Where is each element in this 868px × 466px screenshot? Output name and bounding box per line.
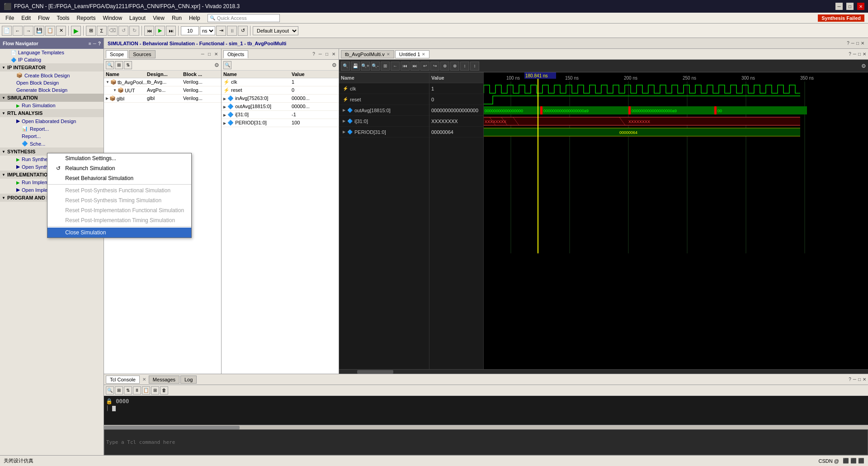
nav-item-report2[interactable]: Report... [0, 133, 104, 140]
wave-tb-tb1[interactable]: ↩ [420, 62, 429, 71]
scope-row-2[interactable]: ▶ 📦 glbl glbl Verilog... [104, 95, 221, 103]
objects-maximize-btn[interactable]: □ [324, 51, 330, 57]
wave-scrollbar-h[interactable] [339, 369, 868, 374]
time-value-input[interactable] [181, 26, 199, 35]
toolbar-run-button[interactable]: ▶ [71, 26, 81, 36]
toolbar-sim-btn4[interactable]: ↺ [118, 26, 128, 36]
tcl-search-btn[interactable]: 🔍 [106, 386, 114, 395]
wave-tb-search[interactable]: 🔍 [341, 62, 350, 71]
nav-item-schematic[interactable]: 🔷 Sche... [0, 140, 104, 147]
toolbar-redo-button[interactable]: → [24, 26, 33, 36]
menu-reports[interactable]: Reports [73, 14, 99, 22]
maximize-button[interactable]: □ [846, 3, 854, 10]
ctx-relaunch-simulation[interactable]: ↺ Relaunch Simulation [47, 163, 191, 173]
menu-help[interactable]: Help [185, 14, 204, 22]
breadcrumb-close[interactable]: ✕ [861, 41, 864, 46]
tcl-scrollbar-h[interactable] [104, 425, 868, 429]
close-button[interactable]: ✕ [857, 3, 864, 10]
nav-section-simulation[interactable]: ▼ SIMULATION [0, 94, 104, 102]
ctx-close-simulation[interactable]: Close Simulation [47, 228, 191, 238]
wave-signal-period[interactable]: ▶ 🔷 PERIOD[31:0] [339, 127, 429, 138]
wave-tab-close-1[interactable]: ✕ [422, 52, 425, 57]
tcl-clear-btn[interactable]: 🗑 [160, 386, 168, 395]
wave-canvas-area[interactable]: 100 ns 150 ns 200 ns 250 ns 300 ns 350 n… [484, 72, 868, 369]
objects-row-5[interactable]: ▶ 🔷 PERIOD[31:0] 100 [222, 119, 339, 127]
tcl-maximize-btn[interactable]: □ [858, 377, 861, 382]
wave-maximize-btn[interactable]: □ [858, 52, 861, 57]
wave-tb-step-fwd[interactable]: ⏭ [410, 62, 420, 71]
wave-tb-step-back[interactable]: ⏮ [401, 62, 410, 71]
flow-nav-help[interactable]: ? [98, 41, 101, 46]
objects-settings-btn[interactable]: ⚙ [332, 62, 337, 68]
nav-item-report1[interactable]: 📊 Report... [0, 125, 104, 133]
toolbar-sim-btn3[interactable]: ⌫ [108, 26, 118, 36]
tcl-table-btn[interactable]: ⊞ [151, 386, 159, 395]
tcl-input-field[interactable] [104, 429, 868, 456]
objects-row-3[interactable]: ▶ 🔷 outAvg[18815:0] 00000... [222, 103, 339, 111]
breadcrumb-maximize[interactable]: □ [856, 41, 859, 46]
menu-tools[interactable]: Tools [53, 14, 73, 22]
scope-minimize-btn[interactable]: ─ [200, 51, 206, 57]
menu-flow[interactable]: Flow [34, 14, 53, 22]
toolbar-play-btn[interactable]: ▶ [155, 26, 165, 36]
objects-row-4[interactable]: ▶ 🔷 i[31:0] -1 [222, 111, 339, 119]
wave-tb-fit[interactable]: ⊞ [381, 62, 390, 71]
objects-close-btn[interactable]: ✕ [330, 51, 337, 57]
tcl-tab-close[interactable]: ✕ [141, 377, 148, 382]
wave-tb-tb4[interactable]: ⊗ [450, 62, 459, 71]
wave-tb-prev[interactable]: ← [391, 62, 400, 71]
objects-row-1[interactable]: ⚡ reset 0 [222, 86, 339, 95]
tcl-filter-btn[interactable]: ⊞ [115, 386, 123, 395]
wave-tb-zoom-out[interactable]: 🔍- [371, 62, 380, 71]
objects-search-btn[interactable]: 🔍 [223, 61, 231, 69]
tab-messages[interactable]: Messages [149, 376, 179, 384]
i-expand[interactable]: ▶ [343, 119, 345, 123]
wave-tb-tb5[interactable]: ↕ [460, 62, 469, 71]
flow-nav-minimize[interactable]: ─ [93, 41, 96, 46]
scope-close-btn[interactable]: ✕ [213, 51, 219, 57]
tab-sources[interactable]: Sources [129, 50, 155, 58]
objects-row-0[interactable]: ⚡ clk 1 [222, 78, 339, 86]
nav-item-create-block[interactable]: 📦 Create Block Design [0, 71, 104, 79]
tcl-sort-btn[interactable]: ⇅ [124, 386, 132, 395]
wave-settings-btn[interactable]: ⚙ [861, 63, 866, 69]
quick-access-field[interactable]: 🔍 Quick Access [208, 14, 280, 22]
toolbar-undo-button[interactable]: ← [13, 26, 23, 36]
nav-section-rtl[interactable]: ▼ RTL ANALYSIS [0, 109, 104, 117]
wave-tb-zoom-in[interactable]: 🔍+ [361, 62, 370, 71]
scope-maximize-btn[interactable]: □ [207, 51, 212, 57]
menu-view[interactable]: View [149, 14, 168, 22]
ctx-simulation-settings[interactable]: Simulation Settings... [47, 153, 191, 163]
wave-signal-outavg[interactable]: ▶ 🔷 outAvg[18815:0] [339, 105, 429, 116]
wave-tab-1[interactable]: Untitled 1 ✕ [395, 50, 429, 58]
toolbar-time-btn1[interactable]: ⇥ [216, 26, 226, 36]
toolbar-new-button[interactable]: 📄 [2, 26, 12, 36]
toolbar-sim-btn5[interactable]: ↻ [129, 26, 139, 36]
minimize-button[interactable]: ─ [835, 3, 843, 10]
objects-help-btn[interactable]: ? [311, 51, 316, 57]
toolbar-delete-button[interactable]: ✕ [56, 26, 66, 36]
tab-scope[interactable]: Scope [106, 50, 128, 58]
scope-settings-btn[interactable]: ⚙ [214, 62, 219, 68]
tcl-close-btn[interactable]: ✕ [863, 377, 866, 382]
time-unit-select[interactable]: ns ps us [200, 26, 215, 35]
scope-search-btn[interactable]: 🔍 [106, 61, 114, 69]
outavg-expand[interactable]: ▶ [343, 108, 345, 112]
objects-minimize-btn[interactable]: ─ [317, 51, 323, 57]
tcl-help-btn[interactable]: ? [849, 377, 851, 382]
wave-minimize-btn[interactable]: ─ [853, 52, 856, 57]
nav-section-ip-integrator[interactable]: ▼ IP INTEGRATOR [0, 63, 104, 71]
wave-tab-close-0[interactable]: ✕ [387, 52, 390, 57]
scope-row-0[interactable]: ▼ 📦 tb_AvgPool... tb_Avg... Verilog... [104, 78, 221, 86]
breadcrumb-minimize[interactable]: ─ [851, 41, 854, 46]
wave-tb-tb3[interactable]: ⊕ [440, 62, 449, 71]
menu-layout[interactable]: Layout [126, 14, 149, 22]
wave-tb-tb2[interactable]: ↪ [430, 62, 439, 71]
tcl-copy-btn[interactable]: 📋 [142, 386, 150, 395]
toolbar-sim-btn2[interactable]: Σ [97, 26, 107, 36]
menu-edit[interactable]: Edit [18, 14, 34, 22]
layout-select[interactable]: Default Layout [253, 26, 298, 35]
menu-file[interactable]: File [2, 14, 18, 22]
menu-window[interactable]: Window [99, 14, 126, 22]
wave-signal-i[interactable]: ▶ 🔷 i[31:0] [339, 116, 429, 127]
